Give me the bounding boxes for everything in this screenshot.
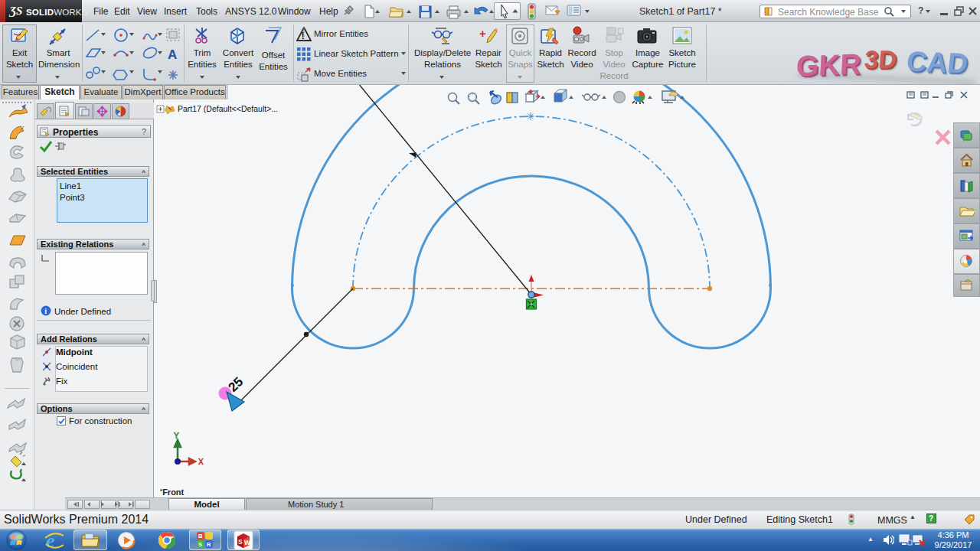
svg-text:S: S <box>198 541 202 548</box>
svg-text:Part17 (Default<<Default>...: Part17 (Default<<Default>... <box>178 104 278 113</box>
svg-text:+: + <box>479 27 486 40</box>
svg-text:B: B <box>198 533 203 540</box>
svg-text:!: ! <box>301 31 304 41</box>
svg-text:A: A <box>168 47 177 62</box>
svg-text:X: X <box>198 458 204 466</box>
svg-text:i: i <box>44 307 47 315</box>
svg-text:S: S <box>238 538 243 546</box>
svg-text:R: R <box>207 541 211 548</box>
svg-text:W: W <box>244 539 251 546</box>
svg-text:*Front: *Front <box>160 487 185 497</box>
svg-text:Y: Y <box>174 432 179 440</box>
